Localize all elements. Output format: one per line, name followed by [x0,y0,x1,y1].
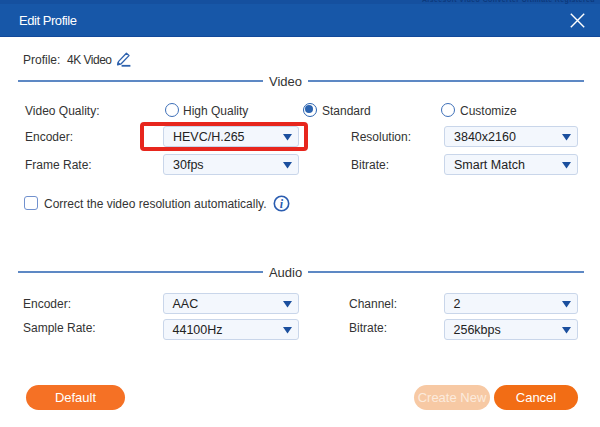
svg-text:i: i [280,197,284,211]
